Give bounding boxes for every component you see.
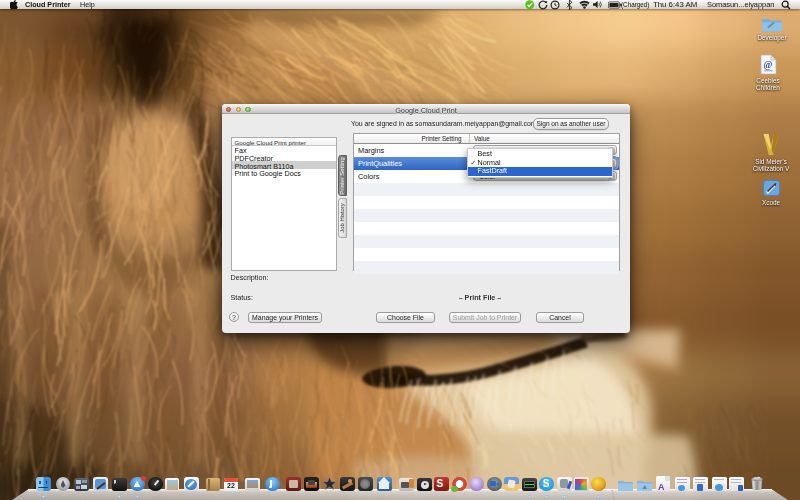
svg-text:@: @ bbox=[763, 60, 772, 70]
